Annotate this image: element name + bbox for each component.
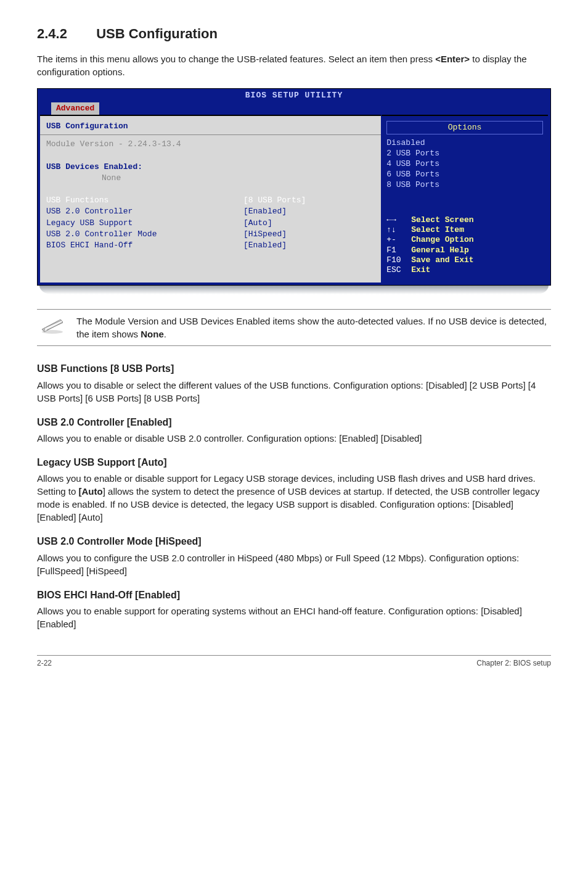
subsection-body: Allows you to enable support for operati…	[37, 604, 551, 630]
section-heading: 2.4.2 USB Configuration	[37, 25, 551, 44]
bios-setting-row: USB Functions[8 USB Ports]	[46, 195, 375, 206]
bios-options-header: Options	[386, 121, 543, 134]
subsection-body: Allows you to configure the USB 2.0 cont…	[37, 551, 551, 577]
bios-right-panel: Options Disabled2 USB Ports4 USB Ports6 …	[382, 115, 548, 283]
subsection-title: USB Functions [8 USB Ports]	[37, 362, 551, 376]
intro-paragraph: The items in this menu allows you to cha…	[37, 52, 551, 78]
bios-setting-row: Legacy USB Support[Auto]	[46, 218, 375, 229]
doc-subsection: USB 2.0 Controller Mode [HiSpeed]Allows …	[37, 535, 551, 577]
doc-subsection: BIOS EHCI Hand-Off [Enabled]Allows you t…	[37, 588, 551, 630]
note-text: The Module Version and USB Devices Enabl…	[76, 315, 551, 340]
bios-key-row: +-Change Option	[386, 235, 543, 245]
bios-devices-enabled-label: USB Devices Enabled:	[46, 162, 375, 173]
bios-key-row: ←→Select Screen	[386, 215, 543, 225]
screenshot-shadow	[39, 286, 549, 294]
subsection-body: Allows you to disable or select the diff…	[37, 379, 551, 405]
subsection-body: Allows you to enable or disable support …	[37, 472, 551, 524]
bios-option-item: 8 USB Ports	[386, 180, 543, 191]
section-number: 2.4.2	[37, 25, 92, 44]
subsection-title: USB 2.0 Controller [Enabled]	[37, 416, 551, 429]
subsection-title: USB 2.0 Controller Mode [HiSpeed]	[37, 535, 551, 548]
footer-page-number: 2-22	[37, 658, 52, 669]
subsection-body: Allows you to enable or disable USB 2.0 …	[37, 432, 551, 445]
note-block: The Module Version and USB Devices Enabl…	[37, 309, 551, 346]
bios-option-item: Disabled	[386, 138, 543, 149]
bios-setting-row: USB 2.0 Controller[Enabled]	[46, 206, 375, 217]
note-pencil-icon	[39, 316, 65, 334]
bios-setting-row: USB 2.0 Controller Mode[HiSpeed]	[46, 229, 375, 240]
bios-option-item: 6 USB Ports	[386, 170, 543, 180]
doc-subsection: Legacy USB Support [Auto]Allows you to e…	[37, 456, 551, 524]
bios-left-header: USB Configuration	[46, 121, 375, 132]
bios-module-version: Module Version - 2.24.3-13.4	[46, 139, 375, 150]
bios-devices-enabled-value: None	[46, 173, 375, 184]
bios-key-row: F10Save and Exit	[386, 255, 543, 265]
footer-chapter: Chapter 2: BIOS setup	[476, 658, 551, 669]
bios-utility-title: BIOS SETUP UTILITY	[38, 89, 550, 102]
bios-left-panel: USB Configuration Module Version - 2.24.…	[40, 115, 381, 283]
bios-screenshot: BIOS SETUP UTILITY Advanced USB Configur…	[37, 88, 551, 286]
bios-option-item: 2 USB Ports	[386, 149, 543, 159]
doc-subsection: USB 2.0 Controller [Enabled]Allows you t…	[37, 416, 551, 445]
subsection-title: BIOS EHCI Hand-Off [Enabled]	[37, 588, 551, 602]
bios-options-list: Disabled2 USB Ports4 USB Ports6 USB Port…	[386, 138, 543, 190]
subsection-title: Legacy USB Support [Auto]	[37, 456, 551, 469]
bios-key-row: ↑↓Select Item	[386, 225, 543, 235]
bios-key-legend: ←→Select Screen↑↓Select Item+-Change Opt…	[386, 215, 543, 276]
bios-option-item: 4 USB Ports	[386, 159, 543, 170]
bios-key-row: ESCExit	[386, 265, 543, 275]
bios-tab-advanced: Advanced	[51, 102, 99, 115]
bios-key-row: F1General Help	[386, 245, 543, 255]
section-title: USB Configuration	[96, 26, 218, 41]
bios-setting-row: BIOS EHCI Hand-Off[Enabled]	[46, 240, 375, 251]
doc-subsection: USB Functions [8 USB Ports]Allows you to…	[37, 362, 551, 404]
page-footer: 2-22 Chapter 2: BIOS setup	[37, 655, 551, 669]
